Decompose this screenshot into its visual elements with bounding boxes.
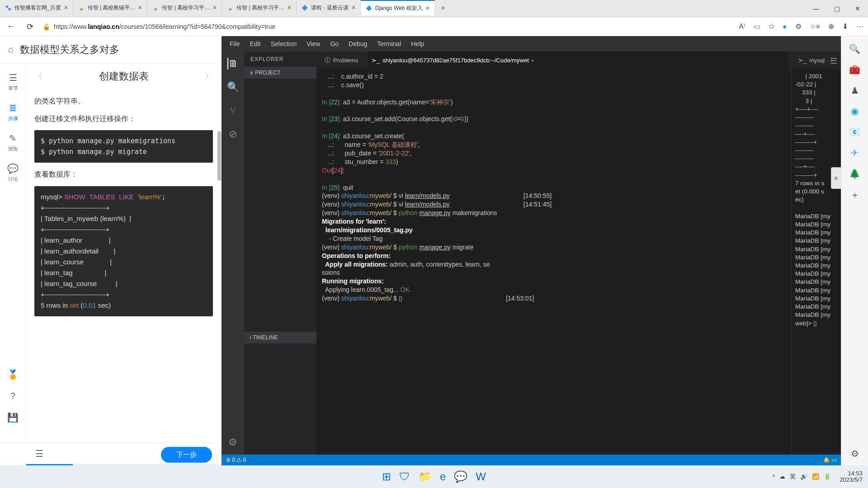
- ide-menubar: FileEditSelectionViewGoDebugTerminalHelp: [222, 36, 841, 52]
- sidebar-item-help[interactable]: ?: [10, 391, 15, 401]
- browser-tabstrip: 🐾传智播客官网_百度✕🍃传智 | 高校教辅平…✕🍃传智 | 高校学习平…✕🍃传智…: [0, 0, 868, 17]
- minimize-button[interactable]: —: [806, 0, 826, 17]
- favorite-icon[interactable]: ✩: [769, 22, 774, 31]
- tab-close-icon[interactable]: ✕: [138, 5, 142, 11]
- activity-debug-icon[interactable]: ⊘: [229, 128, 237, 140]
- clock[interactable]: 14:53 2023/5/7: [840, 470, 863, 483]
- read-aloud-icon[interactable]: A⁾: [739, 22, 745, 31]
- reader-icon[interactable]: ▭: [754, 22, 760, 31]
- tray-icon[interactable]: ☁: [779, 473, 785, 480]
- menu-file[interactable]: File: [230, 40, 240, 47]
- edge-tree-icon[interactable]: 🌲: [849, 168, 860, 179]
- download-icon[interactable]: ⬇: [842, 22, 848, 31]
- sidebar-item-讨论[interactable]: 💬讨论: [7, 163, 19, 183]
- terminal-left-pane[interactable]: ...: c.author_id = 2 ...: c.save() In [2…: [316, 69, 791, 455]
- tab-close-icon[interactable]: ✕: [351, 5, 356, 11]
- sidebar-item-步骤[interactable]: ≣步骤: [8, 103, 18, 122]
- tab-close-icon[interactable]: ✕: [287, 5, 292, 11]
- tray-icon[interactable]: 英: [790, 473, 796, 480]
- collections-icon[interactable]: ⊕: [828, 22, 834, 31]
- sidebar-item-save[interactable]: 💾: [7, 412, 19, 423]
- next-step-button[interactable]: 下一步: [161, 447, 212, 463]
- next-lesson-button[interactable]: 〉: [205, 71, 213, 82]
- terminal-area[interactable]: ...: c.author_id = 2 ...: c.save() In [2…: [316, 69, 841, 455]
- taskbar-app[interactable]: 📁: [418, 470, 432, 483]
- browser-tab[interactable]: 🍃传智 | 高校学习平…✕: [147, 0, 222, 15]
- course-main: 〈 创建数据表 〉 的类名字符串。 创建迁移文件和执行迁移操作： $ pytho…: [26, 63, 221, 443]
- menu-selection[interactable]: Selection: [271, 40, 297, 47]
- lock-icon: 🔒: [42, 23, 50, 30]
- collapse-sidebar-button[interactable]: »: [831, 167, 841, 189]
- lesson-nav: 〈 创建数据表 〉: [34, 63, 213, 89]
- tray-icon[interactable]: 🔋: [824, 473, 831, 480]
- menu-edit[interactable]: Edit: [250, 40, 261, 47]
- ide-statusbar: ⊘ 0 ⚠ 0 🔔 ▭: [222, 455, 841, 465]
- tab-close-icon[interactable]: ✕: [64, 5, 68, 11]
- sidebar-item-报告[interactable]: ✎报告: [8, 133, 18, 152]
- edge-copilot-icon[interactable]: ◉: [851, 106, 859, 117]
- taskbar-app[interactable]: ⊞: [382, 470, 391, 483]
- edge-settings-icon[interactable]: ⚙: [851, 448, 859, 459]
- browser-tab[interactable]: 🔷课程 - 蓝桥云课✕: [297, 0, 361, 15]
- tab-terminal-main[interactable]: ≻_ shiyanlou@645737d82ae75f17bdec9dcb:~/…: [368, 52, 788, 69]
- menu-terminal[interactable]: Terminal: [377, 40, 401, 47]
- sidebar-item-章节[interactable]: ☰章节: [8, 72, 18, 92]
- activity-settings-icon[interactable]: ⚙: [228, 436, 237, 448]
- status-bell-icon[interactable]: 🔔: [823, 457, 830, 463]
- edge-add-icon[interactable]: ＋: [850, 189, 859, 201]
- tab-close-icon[interactable]: ✕: [425, 5, 430, 11]
- explorer-project[interactable]: ∨ PROJECT: [244, 67, 316, 79]
- taskbar-app[interactable]: 💬: [454, 470, 467, 483]
- lesson-title: 创建数据表: [99, 70, 149, 83]
- extensions-icon[interactable]: ⚙: [795, 22, 802, 31]
- browser-tab[interactable]: 🍃传智 | 高校教辅平…✕: [73, 0, 148, 15]
- toc-button[interactable]: ☰: [35, 448, 43, 459]
- paragraph: 的类名字符串。: [34, 95, 213, 107]
- tab-favicon: 🍃: [78, 4, 85, 11]
- tab-close-icon[interactable]: ✕: [212, 5, 217, 11]
- status-problems[interactable]: ⊘ 0 ⚠ 0: [226, 457, 246, 463]
- tab-problems[interactable]: ⓘ Problems: [321, 52, 362, 69]
- activity-scm-icon[interactable]: ⑂: [230, 105, 236, 117]
- ide-list-icon[interactable]: ☰: [830, 56, 837, 66]
- favorites-bar-icon[interactable]: ☆≡: [810, 22, 820, 31]
- terminal-right-pane[interactable]: | 2001 -02-22 | 333 | 3 | +----+---- ---…: [791, 69, 841, 455]
- home-icon[interactable]: ⌂: [8, 44, 14, 55]
- close-window-button[interactable]: ✕: [847, 0, 868, 17]
- taskbar-app[interactable]: e: [440, 470, 446, 483]
- browser-tab[interactable]: 🔷Django Web 框架入✕: [361, 0, 435, 15]
- edge-tool-icon[interactable]: 🧰: [849, 64, 860, 75]
- activity-explorer-icon[interactable]: 🗎: [227, 58, 238, 70]
- url-field[interactable]: 🔒 https://www.lanqiao.cn/courses/10568/l…: [42, 23, 732, 30]
- menu-view[interactable]: View: [307, 40, 320, 47]
- tray-icon[interactable]: ^: [772, 473, 775, 480]
- sidebar-item-rank[interactable]: 🏅: [7, 369, 19, 380]
- edge-outlook-icon[interactable]: 📧: [849, 127, 860, 137]
- maximize-button[interactable]: ▢: [826, 0, 847, 17]
- menu-help[interactable]: Help: [411, 40, 424, 47]
- prev-lesson-button[interactable]: 〈: [34, 71, 42, 82]
- taskbar-app[interactable]: 🛡: [399, 470, 410, 483]
- edge-sidebar: 🔍 🧰 ♟ ◉ 📧 ✈ 🌲 ＋ ⚙: [841, 36, 868, 465]
- browser-tab[interactable]: 🐾传智播客官网_百度✕: [0, 0, 73, 15]
- more-icon[interactable]: ⋯: [856, 22, 863, 31]
- edge-search-icon[interactable]: 🔍: [849, 43, 860, 54]
- taskbar-app[interactable]: W: [476, 470, 486, 483]
- refresh-button[interactable]: ⟳: [24, 22, 36, 32]
- menu-go[interactable]: Go: [330, 40, 339, 47]
- window-controls: — ▢ ✕: [806, 0, 868, 17]
- menu-debug[interactable]: Debug: [349, 40, 367, 47]
- edge-chess-icon[interactable]: ♟: [851, 85, 859, 96]
- ide-editor-area: ⓘ Problems ≻_ shiyanlou@645737d82ae75f17…: [316, 52, 841, 455]
- edge-telegram-icon[interactable]: ✈: [851, 147, 859, 158]
- browser-tab[interactable]: 🍃传智 | 高校学习平…✕: [222, 0, 297, 15]
- activity-search-icon[interactable]: 🔍: [227, 81, 239, 93]
- tray-icon[interactable]: 📶: [812, 473, 819, 480]
- explorer-timeline[interactable]: › TIMELINE: [244, 332, 316, 343]
- new-tab-button[interactable]: +: [435, 4, 451, 13]
- scrollbar[interactable]: [217, 131, 221, 181]
- tab-favicon: 🔷: [301, 4, 308, 11]
- tray-icon[interactable]: 🔊: [800, 473, 807, 480]
- back-button[interactable]: ←: [5, 22, 17, 31]
- profile-icon[interactable]: ●: [783, 23, 787, 31]
